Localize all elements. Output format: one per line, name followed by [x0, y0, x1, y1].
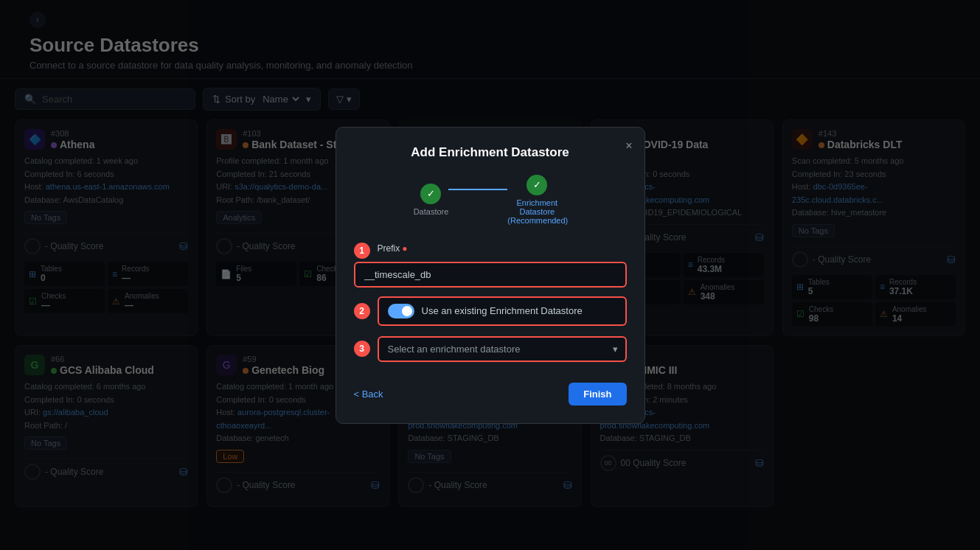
step-badge-1: 1	[354, 243, 370, 259]
toggle-row: Use an existing Enrichment Datastore	[378, 296, 627, 326]
toggle-badge-row: 2 Use an existing Enrichment Datastore	[354, 296, 627, 326]
modal-overlay[interactable]: × Add Enrichment Datastore ✓ Datastore ✓…	[0, 0, 980, 550]
step-2-label: Enrichment Datastore(Recommended)	[507, 198, 566, 225]
step-connector	[448, 189, 507, 190]
step-2: ✓ Enrichment Datastore(Recommended)	[507, 175, 566, 225]
enrichment-select-wrapper: Select an enrichment datastore ▾	[378, 336, 627, 362]
select-badge-row: 3 Select an enrichment datastore ▾	[354, 336, 627, 362]
modal-stepper: ✓ Datastore ✓ Enrichment Datastore(Recom…	[354, 175, 627, 225]
step-badge-3: 3	[354, 341, 370, 357]
required-indicator: ●	[402, 243, 407, 254]
prefix-badge-row: 1 Prefix ●	[354, 243, 627, 259]
modal-finish-button[interactable]: Finish	[569, 383, 626, 405]
toggle-label: Use an existing Enrichment Datastore	[422, 305, 583, 316]
modal-back-button[interactable]: < Back	[354, 389, 383, 400]
prefix-label: Prefix ●	[378, 243, 408, 254]
modal-title: Add Enrichment Datastore	[354, 145, 627, 160]
modal: × Add Enrichment Datastore ✓ Datastore ✓…	[336, 127, 645, 424]
modal-footer: < Back Finish	[354, 383, 627, 405]
step-badge-2: 2	[354, 303, 370, 319]
step-2-circle: ✓	[527, 175, 547, 195]
prefix-input[interactable]	[354, 262, 627, 288]
enrichment-datastore-select[interactable]: Select an enrichment datastore	[378, 336, 627, 362]
step-1-label: Datastore	[414, 207, 449, 216]
existing-enrichment-toggle[interactable]	[388, 304, 414, 318]
step-1-circle: ✓	[420, 184, 441, 204]
modal-close-button[interactable]: ×	[625, 139, 632, 153]
step-1: ✓ Datastore	[414, 184, 449, 216]
